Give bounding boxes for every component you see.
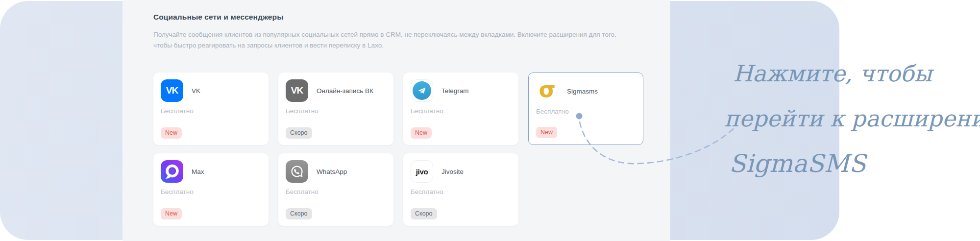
vk-gray-icon: VK: [286, 79, 308, 102]
annotation-line2: перейти к расширению: [724, 96, 980, 141]
card-badge: New: [161, 208, 182, 220]
card-price: Бесплатно: [161, 188, 261, 195]
card-price: Бесплатно: [286, 107, 386, 115]
integration-card-sigmasms[interactable]: σ Sigmasms Бесплатно New: [528, 72, 643, 145]
card-price: Бесплатно: [411, 188, 511, 195]
integration-card-vk-booking[interactable]: VK Онлайн-запись ВК Бесплатно Скоро: [278, 72, 393, 145]
integration-card-vk[interactable]: VK VK Бесплатно New: [153, 72, 269, 145]
vk-logo-letters: VK: [291, 85, 303, 96]
card-title: Telegram: [441, 87, 469, 95]
sigmasms-icon: σ: [536, 80, 559, 102]
integration-card-whatsapp[interactable]: WhatsApp Бесплатно Скоро: [278, 153, 393, 226]
card-badge: Скоро: [286, 208, 312, 220]
card-head: VK VK: [161, 79, 261, 102]
card-title: Jivosite: [441, 168, 464, 175]
paper-plane-icon: [416, 85, 427, 96]
card-badge: New: [161, 127, 182, 139]
sigma-glyph: σ: [539, 80, 556, 100]
integration-card-max[interactable]: Max Бесплатно New: [153, 153, 269, 226]
section-title: Социальные сети и мессенджеры: [153, 13, 284, 22]
card-title: Онлайн-запись ВК: [317, 87, 373, 95]
card-price: Бесплатно: [286, 188, 386, 195]
section-description: Получайте сообщения клиентов из популярн…: [153, 29, 616, 51]
max-bubble-icon: [161, 160, 183, 183]
page: Социальные сети и мессенджеры Получайте …: [0, 0, 980, 241]
card-title: WhatsApp: [317, 168, 347, 175]
card-title: VK: [192, 87, 200, 95]
telegram-icon: [411, 79, 433, 102]
card-price: Бесплатно: [161, 107, 261, 115]
jivo-icon: jivo: [411, 160, 433, 183]
annotation-line1: Нажмите, чтобы: [724, 51, 980, 96]
whatsapp-icon: [286, 160, 308, 183]
card-head: Telegram: [411, 79, 511, 102]
card-head: VK Онлайн-запись ВК: [286, 79, 386, 102]
card-title: Sigmasms: [567, 88, 598, 95]
integrations-grid: VK VK Бесплатно New VK Онлайн-запись ВК …: [153, 72, 643, 226]
crm-screenshot-panel: Социальные сети и мессенджеры Получайте …: [122, 0, 670, 241]
card-title: Max: [192, 168, 204, 175]
card-badge: Скоро: [411, 208, 437, 220]
card-price: Бесплатно: [536, 108, 636, 115]
section-description-line1: Получайте сообщения клиентов из популярн…: [153, 29, 616, 40]
vk-logo-letters: VK: [166, 85, 178, 96]
max-icon: [161, 160, 183, 183]
handwritten-annotation: Нажмите, чтобы перейти к расширению Sigm…: [724, 51, 980, 186]
card-head: Max: [161, 160, 261, 183]
card-head: σ Sigmasms: [536, 80, 636, 102]
card-head: WhatsApp: [286, 160, 386, 183]
whatsapp-glyph-icon: [290, 164, 304, 179]
integration-card-jivosite[interactable]: jivo Jivosite Бесплатно Скоро: [403, 153, 518, 226]
card-badge: New: [411, 127, 432, 139]
card-price: Бесплатно: [411, 107, 511, 115]
jivo-logo-letters: jivo: [416, 168, 428, 176]
vk-blue-icon: VK: [161, 79, 183, 102]
annotation-line3: SigmaSMS: [724, 141, 980, 186]
card-badge: Скоро: [286, 127, 312, 139]
card-badge: New: [536, 127, 557, 139]
card-head: jivo Jivosite: [411, 160, 511, 183]
telegram-circle: [413, 81, 431, 100]
integration-card-telegram[interactable]: Telegram Бесплатно New: [403, 72, 518, 145]
section-description-line2: чтобы быстро реагировать на запросы клие…: [153, 40, 616, 51]
